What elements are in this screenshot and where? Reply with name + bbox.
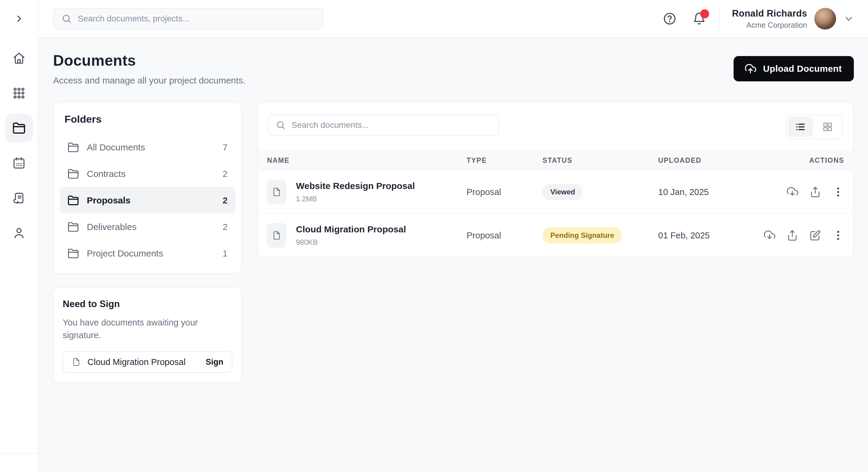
main-area: Ronald Richards Acme Corporation Documen…: [38, 0, 868, 472]
download-button[interactable]: [786, 186, 798, 198]
sidebar-item-home[interactable]: [5, 44, 33, 72]
left-column: Folders All Documents 7 Contracts 2: [53, 102, 242, 383]
need-to-sign-description: You have documents awaiting your signatu…: [63, 316, 232, 342]
document-size: 980KB: [296, 238, 406, 247]
list-view-icon: [795, 122, 806, 132]
table-row[interactable]: Cloud Migration Proposal 980KB Proposal …: [258, 213, 853, 257]
documents-toolbar: [258, 115, 853, 151]
edit-icon: [809, 229, 821, 242]
folder-count: 7: [223, 143, 227, 153]
document-name-block: Website Redesign Proposal 1.2MB: [296, 181, 415, 203]
sidebar-item-documents[interactable]: [5, 114, 33, 142]
user-menu[interactable]: Ronald Richards Acme Corporation: [732, 8, 854, 30]
more-vertical-icon: [832, 229, 844, 242]
apps-grid-icon: [12, 87, 26, 100]
document-type: Proposal: [467, 187, 542, 197]
folders-panel: Folders All Documents 7 Contracts 2: [53, 102, 242, 274]
chevron-right-icon: [14, 14, 24, 23]
search-icon: [276, 120, 285, 130]
content-grid: Folders All Documents 7 Contracts 2: [53, 102, 854, 383]
topbar-right: Ronald Richards Acme Corporation: [663, 8, 854, 30]
upload-document-label: Upload Document: [763, 64, 842, 74]
grid-view-button[interactable]: [815, 117, 840, 137]
column-header-actions: ACTIONS: [758, 156, 844, 164]
folder-icon: [12, 122, 26, 135]
topbar-divider: [719, 9, 720, 29]
content: Documents Access and manage all your pro…: [38, 38, 868, 472]
home-icon: [12, 52, 26, 65]
folder-icon: [67, 248, 79, 259]
share-icon: [786, 229, 798, 242]
file-icon: [72, 357, 81, 367]
list-view-button[interactable]: [788, 117, 813, 137]
status-badge: Viewed: [542, 184, 583, 200]
sidebar-item-apps[interactable]: [5, 79, 33, 107]
folder-count: 2: [223, 169, 227, 179]
invoice-icon: [12, 191, 26, 204]
sidebar-item-calendar[interactable]: [5, 149, 33, 177]
share-icon: [809, 186, 821, 198]
sidebar-item-profile[interactable]: [5, 219, 33, 247]
help-button[interactable]: [663, 12, 677, 26]
documents-search-input[interactable]: [291, 120, 491, 130]
notification-badge: [700, 9, 709, 19]
folder-count: 2: [223, 222, 227, 232]
document-name-block: Cloud Migration Proposal 980KB: [296, 224, 406, 247]
avatar[interactable]: [814, 8, 836, 30]
documents-panel: NAME TYPE STATUS UPLOADED ACTIONS Websit…: [257, 102, 854, 257]
more-vertical-icon: [832, 186, 844, 198]
document-type: Proposal: [467, 230, 542, 241]
page-header: Documents Access and manage all your pro…: [53, 51, 854, 86]
need-to-sign-title: Need to Sign: [63, 299, 232, 310]
more-actions-button[interactable]: [832, 229, 844, 242]
topbar: Ronald Richards Acme Corporation: [38, 0, 868, 38]
folder-item-proposals[interactable]: Proposals 2: [60, 187, 236, 214]
global-search[interactable]: [53, 8, 323, 30]
folder-label: Contracts: [87, 169, 125, 179]
folder-icon: [67, 141, 79, 153]
share-button[interactable]: [809, 186, 821, 198]
folder-label: Proposals: [87, 195, 130, 206]
folder-item-project-documents[interactable]: Project Documents 1: [60, 240, 236, 267]
folder-icon: [67, 195, 79, 206]
download-cloud-icon: [786, 186, 798, 198]
download-button[interactable]: [764, 229, 775, 242]
folder-item-all-documents[interactable]: All Documents 7: [60, 134, 236, 161]
sidebar-expand-button[interactable]: [10, 10, 27, 27]
download-cloud-icon: [764, 229, 775, 242]
table-header: NAME TYPE STATUS UPLOADED ACTIONS: [258, 151, 853, 170]
document-actions: [758, 229, 844, 242]
page-title: Documents: [53, 52, 246, 69]
folder-count: 2: [223, 196, 227, 206]
document-status-cell: Pending Signature: [542, 227, 658, 244]
folder-item-deliverables[interactable]: Deliverables 2: [60, 214, 236, 240]
page-header-text: Documents Access and manage all your pro…: [53, 51, 246, 86]
folder-list: All Documents 7 Contracts 2 Proposals 2: [60, 134, 236, 267]
user-name: Ronald Richards: [732, 8, 807, 19]
column-header-status: STATUS: [542, 156, 658, 164]
global-search-input[interactable]: [78, 14, 315, 24]
more-actions-button[interactable]: [832, 186, 844, 198]
sign-edit-button[interactable]: [809, 229, 821, 242]
table-row[interactable]: Website Redesign Proposal 1.2MB Proposal…: [258, 170, 853, 213]
sign-button[interactable]: Sign: [206, 357, 224, 367]
profile-icon: [12, 226, 26, 240]
document-name-cell: Website Redesign Proposal 1.2MB: [267, 180, 467, 204]
upload-cloud-icon: [744, 63, 756, 75]
need-to-sign-panel: Need to Sign You have documents awaiting…: [53, 287, 242, 383]
share-button[interactable]: [786, 229, 798, 242]
document-uploaded-date: 01 Feb, 2025: [658, 230, 758, 241]
sidebar-item-invoices[interactable]: [5, 184, 33, 212]
upload-document-button[interactable]: Upload Document: [734, 56, 854, 82]
sidebar: [0, 0, 38, 472]
folder-item-contracts[interactable]: Contracts 2: [60, 161, 236, 187]
folder-icon: [67, 221, 79, 233]
page-subtitle: Access and manage all your project docum…: [53, 75, 246, 86]
need-to-sign-item[interactable]: Cloud Migration Proposal Sign: [63, 351, 232, 373]
document-name: Cloud Migration Proposal: [296, 224, 406, 234]
view-toggle: [786, 115, 842, 139]
column-header-type: TYPE: [467, 156, 542, 164]
notifications-button[interactable]: [692, 12, 706, 26]
chevron-down-icon: [843, 13, 854, 24]
documents-search[interactable]: [268, 115, 499, 136]
